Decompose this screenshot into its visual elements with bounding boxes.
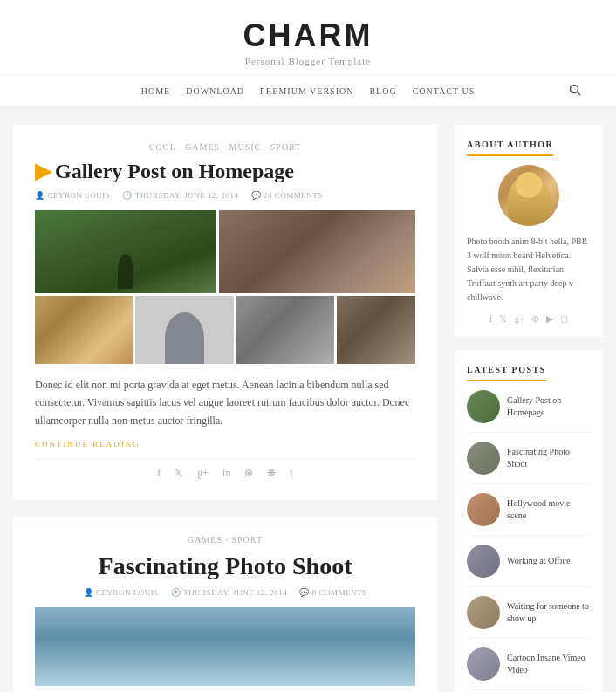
latest-thumb-6 bbox=[467, 647, 500, 681]
latest-thumb-3 bbox=[467, 493, 500, 526]
sidebar-about: ABOUT AUTHOR Photo booth anim 8-bit hell… bbox=[455, 125, 603, 337]
social-linkedin[interactable]: in bbox=[222, 467, 230, 480]
social-pinterest[interactable]: ⊕ bbox=[244, 467, 253, 480]
post-card-1: COOL GAMES MUSIC SPORT ▶Gallery Post on … bbox=[13, 125, 437, 500]
tag-games[interactable]: GAMES bbox=[185, 142, 229, 152]
author-social-tw[interactable]: 𝕏 bbox=[499, 313, 507, 325]
nav-contact[interactable]: CONTACT US bbox=[413, 86, 476, 96]
site-header: CHARM Personal Blogger Template bbox=[0, 0, 616, 76]
tag-sport[interactable]: SPORT bbox=[270, 142, 302, 152]
search-icon[interactable] bbox=[569, 84, 581, 99]
about-title: ABOUT AUTHOR bbox=[467, 140, 553, 156]
author2-icon: 👤 bbox=[84, 588, 94, 597]
author-bio: Photo booth anim 8-bit hella, PBR 3 wolf… bbox=[467, 235, 591, 305]
post-meta-1: 👤 CEYRON LOUIS 🕐 THURSDAY, JUNE 12, 2014… bbox=[35, 191, 415, 200]
latest-thumb-5 bbox=[467, 596, 500, 629]
latest-post-title-5[interactable]: Waiting for someone to show up bbox=[507, 600, 591, 625]
author-social-gp[interactable]: g+ bbox=[514, 313, 524, 325]
post-image-2 bbox=[35, 607, 415, 686]
gallery-grid bbox=[35, 210, 415, 364]
list-item: Waiting for someone to show up bbox=[467, 596, 591, 639]
post-meta-2: 👤 CEYRON LOUIS 🕐 THURSDAY, JUNE 12, 2014… bbox=[35, 588, 415, 597]
gallery-img-2 bbox=[219, 210, 415, 293]
social-googleplus[interactable]: g+ bbox=[197, 467, 209, 480]
sidebar: ABOUT AUTHOR Photo booth anim 8-bit hell… bbox=[455, 125, 603, 692]
clock-icon: 🕐 bbox=[122, 191, 133, 200]
latest-title: LATEST POSTS bbox=[467, 365, 546, 381]
latest-thumb-2 bbox=[467, 442, 500, 475]
comment-icon: 💬 bbox=[251, 191, 262, 200]
post-comments-2: 💬 8 COMMENTS bbox=[299, 588, 366, 597]
svg-line-1 bbox=[578, 92, 581, 95]
latest-post-title-6[interactable]: Cartoon Insane Vimeo Video bbox=[507, 652, 591, 676]
list-item: Cartoon Insane Vimeo Video bbox=[467, 647, 591, 690]
sidebar-latest: LATEST POSTS Gallery Post on Homepage Fa… bbox=[455, 350, 603, 692]
author-social-yt[interactable]: ▶ bbox=[546, 313, 553, 325]
latest-post-title-3[interactable]: Hollywood movie scene bbox=[507, 497, 591, 522]
author-social: f 𝕏 g+ ⊕ ▶ ◻ bbox=[467, 313, 591, 325]
site-nav: HOME DOWNLOAD PREMIUM VERSION BLOG CONTA… bbox=[0, 76, 616, 107]
latest-post-title-1[interactable]: Gallery Post on Homepage bbox=[507, 394, 591, 419]
title-accent: ▶ bbox=[35, 160, 51, 182]
tag2-sport[interactable]: SPORT bbox=[231, 535, 263, 545]
nav-download[interactable]: DOWNLOAD bbox=[186, 86, 244, 96]
post-date-1: 🕐 THURSDAY, JUNE 12, 2014 bbox=[122, 191, 238, 200]
nav-blog[interactable]: BLOG bbox=[369, 86, 396, 96]
gallery-img-1 bbox=[35, 210, 216, 293]
latest-post-title-4[interactable]: Working at Office bbox=[507, 555, 570, 567]
content-area: COOL GAMES MUSIC SPORT ▶Gallery Post on … bbox=[13, 125, 437, 692]
post-author-1: 👤 CEYRON LOUIS bbox=[35, 191, 110, 200]
site-title: CHARM bbox=[0, 17, 616, 54]
author-social-ig[interactable]: ◻ bbox=[560, 313, 568, 325]
latest-thumb-4 bbox=[467, 545, 500, 578]
post-excerpt-1: Donec id elit non mi porta gravida at eg… bbox=[35, 376, 415, 429]
svg-point-0 bbox=[571, 85, 578, 92]
main-layout: COOL GAMES MUSIC SPORT ▶Gallery Post on … bbox=[0, 107, 616, 692]
continue-reading-1[interactable]: CONTINUE READING bbox=[35, 440, 415, 449]
post-card-2: GAMES SPORT Fascinating Photo Shoot 👤 CE… bbox=[13, 517, 437, 692]
tag2-games[interactable]: GAMES bbox=[188, 535, 232, 545]
post-title-1[interactable]: ▶Gallery Post on Homepage bbox=[35, 159, 415, 184]
post-date-2: 🕐 THURSDAY, JUNE 12, 2014 bbox=[171, 588, 287, 597]
gallery-img-6 bbox=[337, 296, 415, 364]
author-social-pi[interactable]: ⊕ bbox=[531, 313, 539, 325]
tag-cool[interactable]: COOL bbox=[149, 142, 185, 152]
gallery-img-3 bbox=[35, 296, 133, 364]
gallery-img-4 bbox=[135, 296, 233, 364]
social-facebook[interactable]: f bbox=[157, 467, 161, 480]
nav-premium[interactable]: PREMIUM VERSION bbox=[260, 86, 353, 96]
comment2-icon: 💬 bbox=[299, 588, 310, 597]
gallery-img-5 bbox=[236, 296, 334, 364]
author-avatar bbox=[498, 165, 559, 226]
post-title-2[interactable]: Fascinating Photo Shoot bbox=[35, 552, 415, 581]
nav-home[interactable]: HOME bbox=[141, 86, 170, 96]
nav-links: HOME DOWNLOAD PREMIUM VERSION BLOG CONTA… bbox=[141, 86, 475, 96]
post-author-2: 👤 CEYRON LOUIS bbox=[84, 588, 159, 597]
social-tumblr[interactable]: t bbox=[290, 467, 292, 480]
post-tags-2: GAMES SPORT bbox=[35, 535, 415, 545]
author-social-fb[interactable]: f bbox=[489, 313, 493, 325]
list-item: Fascinating Photo Shoot bbox=[467, 442, 591, 484]
list-item: Working at Office bbox=[467, 545, 591, 587]
latest-thumb-1 bbox=[467, 390, 500, 423]
post-comments-1: 💬 24 COMMENTS bbox=[251, 191, 323, 200]
post-social-1: f 𝕏 g+ in ⊕ ❋ t bbox=[35, 459, 415, 487]
list-item: Hollywood movie scene bbox=[467, 493, 591, 536]
list-item: Gallery Post on Homepage bbox=[467, 390, 591, 433]
latest-post-title-2[interactable]: Fascinating Photo Shoot bbox=[507, 446, 591, 470]
clock2-icon: 🕐 bbox=[171, 588, 181, 597]
author-icon: 👤 bbox=[35, 191, 45, 200]
post-tags-1: COOL GAMES MUSIC SPORT bbox=[35, 142, 415, 152]
tag-music[interactable]: MUSIC bbox=[229, 142, 270, 152]
social-dribbble[interactable]: ❋ bbox=[267, 467, 276, 480]
social-twitter[interactable]: 𝕏 bbox=[175, 467, 183, 480]
site-subtitle: Personal Blogger Template bbox=[0, 56, 616, 66]
